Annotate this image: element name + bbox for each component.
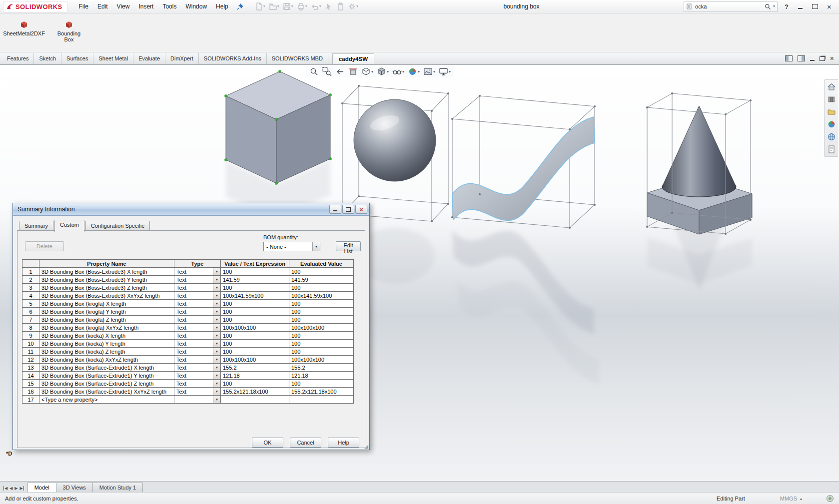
caret-down-icon[interactable]: ▾ bbox=[371, 70, 373, 74]
value-cell[interactable]: 100 bbox=[221, 300, 289, 308]
value-cell[interactable]: 100 bbox=[221, 348, 289, 356]
edit-list-button[interactable]: Edit List bbox=[336, 241, 361, 251]
document-minimize-icon[interactable] bbox=[810, 60, 815, 61]
caret-down-icon[interactable]: ▾ bbox=[277, 4, 279, 8]
edit-appearance-button[interactable]: ▾ bbox=[408, 67, 420, 76]
row-number-cell[interactable]: 16 bbox=[22, 388, 39, 396]
menu-file[interactable]: File bbox=[74, 1, 93, 12]
value-cell[interactable]: 100 bbox=[221, 380, 289, 388]
section-view-button[interactable] bbox=[348, 67, 358, 76]
property-name-cell[interactable]: 3D Bounding Box (kocka) Y length bbox=[39, 340, 174, 348]
first-tab-button[interactable]: ◀ bbox=[3, 486, 7, 491]
maximize-button[interactable] bbox=[808, 2, 822, 11]
property-name-cell[interactable]: 3D Bounding Box (kocka) Z length bbox=[39, 348, 174, 356]
macro-sheetmetal2dxf-button[interactable]: SheetMetal2DXF bbox=[3, 19, 45, 38]
row-number-cell[interactable]: 9 bbox=[22, 332, 39, 340]
caret-down-icon[interactable]: ▾ bbox=[356, 4, 358, 8]
apply-scene-button[interactable]: ▾ bbox=[423, 67, 435, 76]
help-button[interactable]: Help bbox=[328, 438, 359, 448]
search-box[interactable]: ▾ bbox=[684, 1, 778, 12]
value-cell[interactable]: 155.2x121.18x100 bbox=[221, 388, 289, 396]
dialog-titlebar[interactable]: Summary Information × bbox=[13, 203, 369, 216]
type-dropdown-cell[interactable]: Text▼ bbox=[174, 356, 221, 364]
bom-quantity-select[interactable]: - None - ▼ bbox=[263, 242, 320, 251]
row-number-cell[interactable]: 11 bbox=[22, 348, 39, 356]
search-caret-icon[interactable]: ▾ bbox=[773, 4, 775, 8]
design-library-button[interactable] bbox=[827, 95, 836, 104]
appearances-scenes-button[interactable] bbox=[827, 120, 836, 129]
document-restore-icon[interactable] bbox=[820, 56, 825, 61]
ok-button[interactable]: OK bbox=[252, 438, 283, 448]
value-cell[interactable]: 141.59 bbox=[221, 276, 289, 284]
property-name-cell[interactable]: 3D Bounding Box (Boss-Extrude3) X length bbox=[39, 268, 174, 276]
value-cell[interactable]: 100 bbox=[221, 340, 289, 348]
caret-down-icon[interactable]: ▾ bbox=[387, 70, 389, 74]
graphics-viewport[interactable]: ▾ ▾ ▾ ▾ ▾ ▾ bbox=[0, 65, 839, 481]
tab-motion-study-1[interactable]: Motion Study 1 bbox=[92, 483, 143, 492]
value-cell[interactable]: 121.18 bbox=[221, 372, 289, 380]
type-dropdown-cell[interactable]: Text▼ bbox=[174, 308, 221, 316]
property-name-cell[interactable]: 3D Bounding Box (Surface-Extrude1) X len… bbox=[39, 364, 174, 372]
property-name-cell[interactable]: 3D Bounding Box (krogla) X length bbox=[39, 300, 174, 308]
display-style-button[interactable]: ▾ bbox=[377, 67, 389, 76]
dialog-maximize-button[interactable] bbox=[342, 205, 354, 214]
row-number-cell[interactable]: 10 bbox=[22, 340, 39, 348]
view-palette-button[interactable] bbox=[827, 132, 836, 141]
row-number-cell[interactable]: 1 bbox=[22, 268, 39, 276]
document-tab[interactable]: caddy4SW bbox=[332, 53, 374, 64]
type-dropdown-arrow[interactable]: ▼ bbox=[213, 348, 220, 355]
tab-features[interactable]: Features bbox=[2, 53, 34, 64]
value-cell[interactable]: 155.2 bbox=[221, 364, 289, 372]
type-dropdown-cell[interactable]: Text▼ bbox=[174, 388, 221, 396]
row-number-cell[interactable]: 7 bbox=[22, 316, 39, 324]
caret-down-icon[interactable]: ▾ bbox=[305, 4, 307, 8]
open-document-button[interactable]: ▾ bbox=[268, 2, 280, 11]
type-dropdown-cell[interactable]: Text▼ bbox=[174, 276, 221, 284]
next-tab-button[interactable]: ▶ bbox=[14, 486, 17, 491]
caret-down-icon[interactable]: ▾ bbox=[291, 4, 293, 8]
caret-down-icon[interactable]: ▾ bbox=[418, 70, 420, 74]
zoom-fit-button[interactable] bbox=[309, 67, 319, 76]
type-dropdown-cell[interactable]: Text▼ bbox=[174, 268, 221, 276]
row-number-cell[interactable]: 17 bbox=[22, 396, 39, 404]
type-dropdown-arrow[interactable]: ▼ bbox=[213, 292, 220, 299]
custom-properties-button[interactable] bbox=[827, 145, 836, 154]
row-number-cell[interactable]: 2 bbox=[22, 276, 39, 284]
tab-evaluate[interactable]: Evaluate bbox=[133, 53, 165, 64]
units-caret-icon[interactable]: ▴ bbox=[800, 497, 802, 501]
print-button[interactable]: ▾ bbox=[296, 2, 308, 11]
menu-tools[interactable]: Tools bbox=[158, 1, 181, 12]
property-name-cell[interactable]: <Type a new property> bbox=[39, 396, 174, 404]
units-selector[interactable]: MMGS bbox=[780, 496, 797, 502]
type-dropdown-cell[interactable]: Text▼ bbox=[174, 348, 221, 356]
property-name-cell[interactable]: 3D Bounding Box (Boss-Extrude3) Y length bbox=[39, 276, 174, 284]
type-dropdown-arrow[interactable]: ▼ bbox=[213, 388, 220, 395]
tab-custom[interactable]: Custom bbox=[54, 220, 84, 232]
combo-arrow-icon[interactable]: ▼ bbox=[312, 242, 320, 251]
row-number-cell[interactable]: 12 bbox=[22, 356, 39, 364]
dialog-minimize-button[interactable] bbox=[329, 205, 341, 214]
tab-solidworks-addins[interactable]: SOLIDWORKS Add-Ins bbox=[199, 53, 267, 64]
caret-down-icon[interactable]: ▾ bbox=[433, 70, 435, 74]
type-dropdown-cell[interactable]: Text▼ bbox=[174, 284, 221, 292]
row-number-cell[interactable]: 14 bbox=[22, 372, 39, 380]
tab-3d-views[interactable]: 3D Views bbox=[56, 483, 93, 492]
type-dropdown-arrow[interactable]: ▼ bbox=[213, 300, 220, 307]
row-number-cell[interactable]: 8 bbox=[22, 324, 39, 332]
property-name-cell[interactable]: 3D Bounding Box (Boss-Extrude3) Z length bbox=[39, 284, 174, 292]
type-dropdown-cell[interactable]: Text▼ bbox=[174, 364, 221, 372]
menu-window[interactable]: Window bbox=[181, 1, 211, 12]
view-orientation-button[interactable]: ▾ bbox=[361, 67, 373, 76]
type-dropdown-arrow[interactable]: ▼ bbox=[213, 356, 220, 363]
previous-view-button[interactable] bbox=[335, 67, 345, 76]
save-button[interactable]: ▾ bbox=[282, 2, 294, 11]
caret-down-icon[interactable]: ▾ bbox=[319, 4, 321, 8]
tab-sheet-metal[interactable]: Sheet Metal bbox=[93, 53, 133, 64]
type-dropdown-arrow[interactable]: ▼ bbox=[213, 268, 220, 275]
clipboard-button[interactable] bbox=[335, 2, 345, 11]
tab-summary[interactable]: Summary bbox=[19, 221, 53, 231]
macro-bounding-box-button[interactable]: Bounding Box bbox=[48, 19, 90, 44]
row-number-cell[interactable]: 3 bbox=[22, 284, 39, 292]
file-explorer-button[interactable] bbox=[827, 107, 836, 116]
type-dropdown-cell[interactable]: Text▼ bbox=[174, 372, 221, 380]
